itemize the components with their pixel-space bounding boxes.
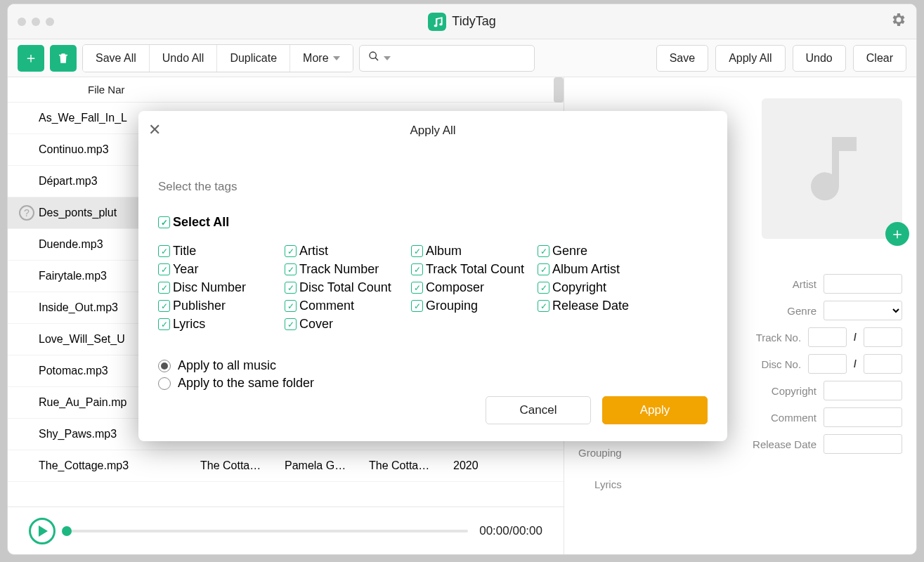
checkbox-icon: [285, 282, 297, 294]
file-artist: Pamela G…: [285, 459, 362, 472]
checkbox-icon: [158, 263, 170, 275]
apply-all-button[interactable]: Apply All: [715, 45, 785, 72]
comment-input[interactable]: [824, 407, 902, 427]
delete-button[interactable]: [50, 45, 77, 72]
tag-checkbox[interactable]: Year: [158, 262, 285, 277]
undo-all-button[interactable]: Undo All: [150, 45, 218, 72]
checkbox-icon: [411, 245, 423, 257]
app-title: TidyTag: [452, 14, 495, 29]
more-button[interactable]: More: [290, 45, 352, 72]
tag-checkbox[interactable]: Track Total Count: [411, 262, 538, 277]
add-cover-button[interactable]: ＋: [885, 222, 909, 246]
checkbox-icon: [538, 263, 549, 275]
tag-checkbox[interactable]: Album Artist: [538, 262, 664, 277]
close-icon[interactable]: ✕: [148, 121, 161, 139]
tag-label: Artist: [299, 244, 328, 259]
artist-label: Artist: [793, 278, 816, 290]
checkbox-icon: [158, 300, 170, 312]
app-window: TidyTag ＋ Save All Undo All Duplicate Mo…: [7, 4, 917, 555]
genre-select[interactable]: [824, 301, 902, 320]
window-controls: [18, 18, 54, 26]
extra-labels: Grouping Lyrics: [578, 447, 622, 490]
cancel-button[interactable]: Cancel: [486, 396, 591, 424]
tag-checkbox[interactable]: Title: [158, 244, 285, 259]
apply-all-dialog: ✕ Apply All Select the tags Select All T…: [138, 111, 727, 441]
radio-apply-all[interactable]: Apply to all music: [158, 358, 708, 373]
tag-checkbox[interactable]: Release Date: [538, 299, 664, 313]
artist-input[interactable]: [824, 274, 902, 294]
tag-checkbox[interactable]: Publisher: [158, 299, 285, 313]
tag-checkbox-grid: TitleArtistAlbumGenreYearTrack NumberTra…: [158, 244, 708, 333]
tag-label: Album Artist: [552, 262, 620, 277]
tag-label: Comment: [299, 299, 354, 313]
tag-label: Year: [173, 262, 198, 277]
duplicate-button[interactable]: Duplicate: [217, 45, 290, 72]
tag-label: Release Date: [552, 299, 629, 313]
track-no-input[interactable]: [808, 327, 847, 347]
dialog-title: Apply All: [158, 124, 708, 138]
maximize-window-icon[interactable]: [46, 18, 54, 26]
tag-checkbox[interactable]: Composer: [411, 280, 538, 295]
copyright-input[interactable]: [824, 381, 902, 400]
tag-checkbox[interactable]: Copyright: [538, 280, 664, 295]
checkbox-icon: [158, 245, 170, 257]
apply-button[interactable]: Apply: [602, 396, 708, 424]
table-header: File Nar: [8, 77, 564, 103]
minimize-window-icon[interactable]: [32, 18, 40, 26]
progress-bar[interactable]: [67, 530, 468, 532]
column-filename[interactable]: File Nar: [39, 84, 564, 96]
add-button[interactable]: ＋: [18, 45, 44, 72]
release-date-input[interactable]: [824, 434, 902, 454]
settings-icon[interactable]: [890, 11, 906, 32]
bulk-actions-group: Save All Undo All Duplicate More: [82, 44, 353, 72]
track-total-input[interactable]: [864, 327, 902, 347]
radio-icon: [158, 377, 171, 390]
slash-1: /: [854, 332, 857, 343]
disc-no-input[interactable]: [808, 354, 847, 374]
close-window-icon[interactable]: [18, 18, 26, 26]
slash-2: /: [854, 358, 857, 370]
search-dropdown-icon[interactable]: [384, 56, 391, 60]
progress-handle[interactable]: [62, 526, 72, 536]
tag-label: Composer: [426, 280, 484, 295]
tag-label: Lyrics: [173, 317, 205, 332]
play-icon: [39, 525, 48, 537]
tag-checkbox[interactable]: Disc Total Count: [285, 280, 411, 295]
checkbox-icon: [158, 216, 170, 228]
undo-button[interactable]: Undo: [793, 45, 846, 72]
grouping-label: Grouping: [578, 447, 622, 459]
clear-button[interactable]: Clear: [853, 45, 906, 72]
radio-icon: [158, 360, 171, 372]
checkbox-icon: [411, 282, 423, 294]
radio-folder-label: Apply to the same folder: [178, 376, 314, 391]
tag-checkbox[interactable]: Disc Number: [158, 280, 285, 295]
tag-checkbox[interactable]: Genre: [538, 244, 664, 259]
tag-checkbox[interactable]: Track Number: [285, 262, 411, 277]
tag-checkbox[interactable]: Lyrics: [158, 317, 285, 332]
tag-checkbox[interactable]: Comment: [285, 299, 411, 313]
checkbox-icon: [158, 318, 170, 330]
disc-total-input[interactable]: [864, 354, 902, 374]
tag-checkbox[interactable]: Artist: [285, 244, 411, 259]
file-row[interactable]: The_Cottage.mp3The Cotta…Pamela G…The Co…: [8, 450, 564, 482]
select-all-checkbox[interactable]: Select All: [158, 215, 708, 230]
tag-checkbox[interactable]: Album: [411, 244, 538, 259]
album-cover[interactable]: ＋: [762, 98, 902, 239]
scroll-indicator[interactable]: [554, 77, 564, 103]
main-toolbar: ＋ Save All Undo All Duplicate More Save …: [8, 39, 916, 77]
tag-checkbox[interactable]: Grouping: [411, 299, 538, 313]
file-year: 2020: [453, 459, 502, 472]
save-button[interactable]: Save: [656, 45, 708, 72]
svg-line-1: [375, 58, 378, 60]
search-input[interactable]: [359, 45, 535, 72]
save-all-button[interactable]: Save All: [83, 45, 150, 72]
radio-apply-folder[interactable]: Apply to the same folder: [158, 376, 708, 391]
tag-checkbox[interactable]: Cover: [285, 317, 411, 332]
checkbox-icon: [538, 300, 549, 312]
tag-label: Copyright: [552, 280, 606, 295]
tag-label: Track Total Count: [426, 262, 524, 277]
play-button[interactable]: [29, 518, 56, 544]
checkbox-icon: [285, 245, 297, 257]
file-name: The_Cottage.mp3: [39, 459, 193, 472]
tag-label: Grouping: [426, 299, 478, 313]
